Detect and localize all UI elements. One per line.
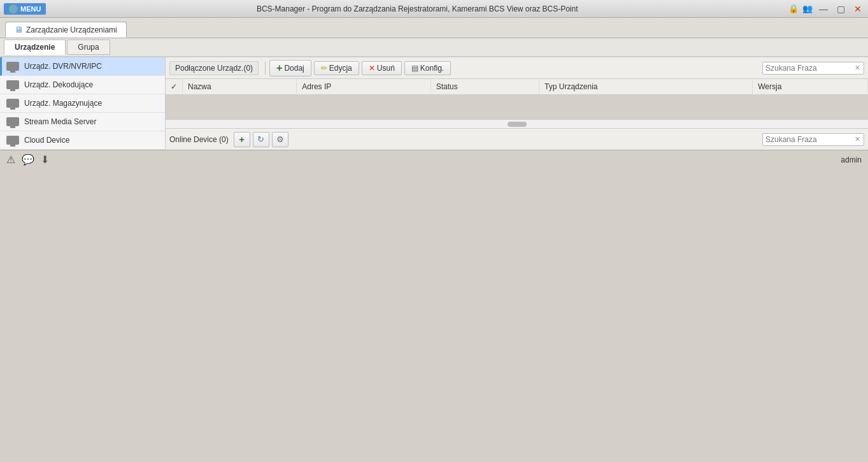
sidebar-item-dvr-nvr-ipc[interactable]: Urządz. DVR/NVR/IPC (0, 57, 165, 76)
col-status: Status (430, 79, 539, 95)
clear-search-icon[interactable]: ✕ (855, 64, 860, 72)
admin-label: admin (841, 155, 862, 164)
add-icon: + (276, 62, 282, 74)
maximize-button[interactable]: ▢ (834, 4, 848, 14)
status-icons: ⚠ 💬 ⬇ (6, 154, 49, 166)
bottom-search-box[interactable]: ✕ (762, 133, 864, 146)
col-typ-urzadzenia: Typ Urządzenia (539, 79, 753, 95)
search-box[interactable]: ✕ (762, 62, 864, 75)
content-area: Urządz. DVR/NVR/IPC Urządz. Dekodujące U… (0, 57, 868, 150)
titlebar: MENU BCS-Manager - Program do Zarządzani… (0, 0, 868, 18)
check-icon: ✓ (171, 82, 177, 91)
warning-icon[interactable]: ⚠ (6, 154, 15, 166)
sidebar-label-stream: Stream Media Server (24, 117, 96, 126)
menu-button[interactable]: MENU (4, 3, 46, 15)
sidebar-label-magazynujace: Urządz. Magazynujące (24, 99, 102, 108)
config-label: Konfig. (420, 64, 444, 73)
col-adres-ip: Adres IP (297, 79, 430, 95)
settings-icon: ⚙ (276, 134, 284, 144)
menu-label: MENU (20, 5, 41, 13)
decoder-icon (6, 80, 19, 89)
close-button[interactable]: ✕ (851, 4, 864, 14)
statusbar: ⚠ 💬 ⬇ admin (0, 150, 868, 169)
users-icon: 👥 (802, 4, 813, 13)
lock-icon: 🔒 (788, 4, 799, 13)
subtab-grupa-label: Grupa (78, 43, 99, 52)
sidebar-item-stream-media[interactable]: Stream Media Server (0, 113, 165, 131)
delete-button[interactable]: ✕ Usuń (362, 61, 402, 75)
tab-label: Zarządzanie Urządzeniami (26, 25, 117, 34)
config-icon: ▤ (411, 64, 418, 73)
tabbar: 🖥 Zarządzanie Urządzeniami (0, 18, 868, 38)
sidebar-label-dekodujace: Urządz. Dekodujące (24, 80, 93, 89)
table-header-row: ✓ Nazwa Adres IP Status Typ Urządzenia (166, 79, 868, 95)
sidebar-item-magazynujace[interactable]: Urządz. Magazynujące (0, 94, 165, 113)
cloud-icon (6, 136, 19, 145)
sidebar-item-cloud-device[interactable]: Cloud Device (0, 131, 165, 150)
table-area: ✓ Nazwa Adres IP Status Typ Urządzenia (166, 79, 868, 119)
edit-label: Edycja (329, 64, 352, 73)
col-wersja: Wersja (753, 79, 868, 95)
dvr-icon (6, 62, 19, 71)
titlebar-controls: 🔒 👥 — ▢ ✕ (788, 4, 864, 14)
toolbar: Podłączone Urządz.(0) + Dodaj ✏ Edycja ✕… (166, 57, 868, 79)
delete-label: Usuń (377, 64, 395, 73)
add-button[interactable]: + Dodaj (269, 60, 311, 76)
refresh-button[interactable]: ↻ (253, 132, 269, 147)
refresh-icon: ↻ (257, 134, 264, 144)
subtab-grupa[interactable]: Grupa (67, 40, 110, 55)
add-device-icon: + (239, 134, 245, 145)
separator-1 (265, 62, 266, 75)
minimize-button[interactable]: — (816, 4, 830, 14)
bottom-bar: Online Device (0) + ↻ ⚙ ✕ (166, 128, 868, 150)
storage-icon (6, 99, 19, 108)
online-device-label: Online Device (0) (169, 135, 229, 144)
devices-table: ✓ Nazwa Adres IP Status Typ Urządzenia (166, 79, 868, 95)
sidebar-label-cloud: Cloud Device (24, 136, 69, 145)
subtab-urzadzenie[interactable]: Urządzenie (4, 40, 66, 55)
bottom-clear-icon[interactable]: ✕ (855, 135, 860, 143)
hscroll-thumb[interactable] (508, 122, 527, 127)
stream-icon (6, 117, 19, 126)
bcs-logo-icon (9, 4, 18, 13)
settings-button[interactable]: ⚙ (272, 132, 288, 147)
edit-icon: ✏ (321, 64, 327, 73)
edit-button[interactable]: ✏ Edycja (314, 61, 359, 75)
add-label: Dodaj (284, 64, 304, 73)
search-input[interactable] (765, 64, 855, 73)
bottom-search-input[interactable] (765, 135, 855, 144)
sidebar-item-dekodujace[interactable]: Urządz. Dekodujące (0, 76, 165, 94)
subtabbar: Urządzenie Grupa (0, 38, 868, 57)
col-nazwa: Nazwa (183, 79, 297, 95)
monitor-icon: 🖥 (15, 25, 23, 34)
horizontal-scrollbar[interactable] (166, 119, 868, 128)
sidebar: Urządz. DVR/NVR/IPC Urządz. Dekodujące U… (0, 57, 166, 150)
subtab-urzadzenie-label: Urządzenie (15, 43, 55, 52)
chat-icon[interactable]: 💬 (22, 154, 34, 166)
titlebar-left: MENU (4, 3, 46, 15)
config-button[interactable]: ▤ Konfig. (404, 61, 451, 75)
add-device-button[interactable]: + (234, 132, 250, 147)
right-panel: Podłączone Urządz.(0) + Dodaj ✏ Edycja ✕… (166, 57, 868, 150)
delete-icon: ✕ (369, 64, 375, 73)
connected-badge: Podłączone Urządz.(0) (169, 61, 259, 75)
col-check: ✓ (166, 79, 183, 95)
app-title: BCS-Manager - Program do Zarządzania Rej… (46, 4, 788, 13)
tab-zarzadzanie[interactable]: 🖥 Zarządzanie Urządzeniami (5, 22, 127, 38)
download-icon[interactable]: ⬇ (41, 154, 49, 166)
sidebar-label-dvr: Urządz. DVR/NVR/IPC (24, 62, 102, 71)
